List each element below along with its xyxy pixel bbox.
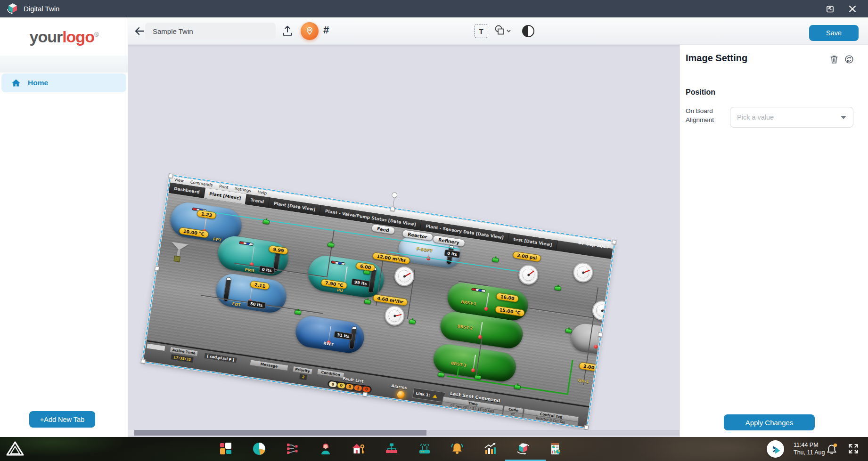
taskbar-flow-app-icon[interactable]	[285, 442, 299, 456]
brand-logo-registered-mark: ®	[94, 31, 98, 38]
taskbar-dashboard-app-icon[interactable]	[219, 442, 233, 456]
resize-handle-top-right[interactable]	[612, 240, 616, 244]
plant-value-badge: 4.60 m³/hr	[373, 294, 408, 306]
strip-corner-cell	[146, 343, 165, 351]
resize-handle-mid-left[interactable]	[155, 266, 159, 271]
apply-changes-button[interactable]: Apply Changes	[724, 414, 815, 430]
tank-indicator-stripe	[471, 288, 486, 292]
plant-funnel-block	[173, 256, 180, 262]
alignment-dropdown[interactable]: Pick a value	[730, 107, 853, 128]
sidebar-item-home[interactable]: Home	[1, 73, 126, 92]
design-canvas[interactable]: FPTPM3PUFDTRWTF-SOFTBRST-1BRST-2BRST-3GH…	[128, 45, 680, 437]
scrollbar-thumb[interactable]	[134, 430, 426, 436]
plant-valve-icon	[262, 219, 270, 225]
plant-valve-icon	[565, 328, 572, 333]
taskbar: 11:44 PM Thu, 11 Aug	[0, 437, 868, 461]
toolbar: # T Save	[128, 17, 868, 45]
shapes-tool-icon[interactable]	[493, 24, 512, 40]
resize-handle-bottom-left[interactable]	[141, 359, 146, 364]
resize-handle-top-left[interactable]	[168, 173, 173, 178]
on-board-alignment-label-line1: On Board	[686, 106, 714, 115]
plant-valve-icon	[514, 385, 521, 390]
twin-name-input[interactable]	[145, 23, 276, 40]
on-board-alignment-label: On Board Alignment	[686, 106, 714, 124]
panel-title: Image Setting	[686, 53, 747, 64]
home-icon	[11, 78, 21, 88]
alignment-dropdown-placeholder: Pick a value	[737, 113, 774, 121]
priority-value: 2	[299, 373, 308, 380]
gauge-hub	[527, 274, 530, 276]
rotation-handle[interactable]	[391, 192, 398, 199]
plant-valve-icon	[474, 375, 481, 380]
alarms-label: Alarms	[391, 383, 407, 390]
taskbar-pie-chart-app-icon[interactable]	[252, 442, 266, 456]
taskbar-report-app-icon[interactable]	[548, 442, 562, 456]
tray-date: Thu, 11 Aug	[794, 449, 825, 456]
plant-bottom-strip: Active Time17:35:32[ cod.pi.lsl P ]Messa…	[143, 340, 589, 427]
resize-handle-mid-right[interactable]	[598, 332, 603, 337]
plant-pipe	[529, 307, 593, 318]
window-restore-icon[interactable]	[825, 4, 835, 14]
contrast-icon[interactable]	[522, 25, 534, 37]
tank-dipstick	[473, 355, 476, 369]
sidebar-item-home-label: Home	[28, 79, 48, 87]
tank-dipstick	[480, 322, 483, 336]
taskbar-digital-twin-app-icon[interactable]	[516, 442, 530, 456]
tray-notifications-icon[interactable]	[826, 443, 838, 457]
fault-pill: 0	[329, 381, 337, 387]
back-icon[interactable]	[134, 25, 146, 39]
link-box: Link 1:	[412, 388, 446, 403]
plant-valve-icon	[295, 310, 302, 315]
plant-gauge	[591, 299, 614, 322]
sidebar-divider-band	[0, 56, 128, 73]
tray-fullscreen-icon[interactable]	[848, 443, 859, 456]
fault-pills: 00010	[327, 380, 372, 394]
active-app-indicator	[505, 460, 546, 461]
plant-valve-icon	[492, 258, 499, 263]
add-new-tab-button[interactable]: +Add New Tab	[29, 411, 95, 428]
brand-logo-word1: your	[29, 28, 62, 46]
code-label: [ cod.pi.lsl P ]	[204, 353, 237, 364]
app-cube-logo-icon	[7, 3, 19, 15]
scrollbar-left-button[interactable]	[128, 430, 134, 436]
text-tool-icon[interactable]: T	[474, 24, 488, 38]
launcher-triangle-icon[interactable]	[6, 441, 25, 459]
resize-handle-bottom-right[interactable]	[584, 425, 589, 430]
link-label: Link 1:	[416, 391, 430, 397]
plant-valve-icon	[364, 299, 371, 305]
taskbar-analytics-app-icon[interactable]	[483, 442, 497, 456]
plant-valve-icon	[409, 319, 416, 324]
fault-pill: 0	[337, 382, 345, 388]
hash-grid-icon[interactable]: #	[323, 24, 329, 36]
delete-image-icon[interactable]	[829, 54, 839, 66]
tray-clock[interactable]: 11:44 PM Thu, 11 Aug	[794, 441, 825, 456]
tray-brand-logo-icon[interactable]	[767, 440, 784, 458]
sync-rotate-icon[interactable]	[844, 54, 854, 66]
plant-mimic-image: FPTPM3PUFDTRWTF-SOFTBRST-1BRST-2BRST-3GH…	[143, 176, 614, 427]
fault-pill: 1	[354, 385, 362, 391]
taskbar-user-app-icon[interactable]	[319, 442, 333, 456]
gauge-hub	[393, 315, 396, 317]
taskbar-router-app-icon[interactable]	[418, 442, 432, 456]
location-pin-button[interactable]	[301, 22, 319, 40]
position-section-title: Position	[686, 88, 715, 97]
brand-logo: yourlogo®	[0, 17, 128, 46]
tank-indicator-stripe	[331, 260, 346, 265]
window-close-icon[interactable]	[848, 5, 857, 13]
taskbar-hierarchy-app-icon[interactable]	[385, 442, 399, 456]
tank-dipstick	[328, 326, 331, 341]
resize-handle-bottom-mid[interactable]	[362, 392, 367, 396]
plant-valve-icon	[554, 286, 561, 291]
plant-value-badge: 2.00 psi	[512, 251, 541, 262]
plant-funnel	[171, 242, 188, 251]
save-button[interactable]: Save	[809, 25, 859, 41]
taskbar-home-key-app-icon[interactable]	[351, 442, 365, 456]
placed-image[interactable]: FPTPM3PUFDTRWTF-SOFTBRST-1BRST-2BRST-3GH…	[143, 176, 614, 427]
plant-gauge	[572, 261, 595, 284]
upload-icon[interactable]	[281, 24, 294, 40]
horizontal-scrollbar	[128, 430, 680, 436]
resize-handle-top-mid[interactable]	[390, 207, 395, 211]
gauge-hub	[403, 275, 406, 278]
plant-gauge	[384, 305, 406, 327]
taskbar-bell-app-icon[interactable]	[450, 442, 464, 456]
